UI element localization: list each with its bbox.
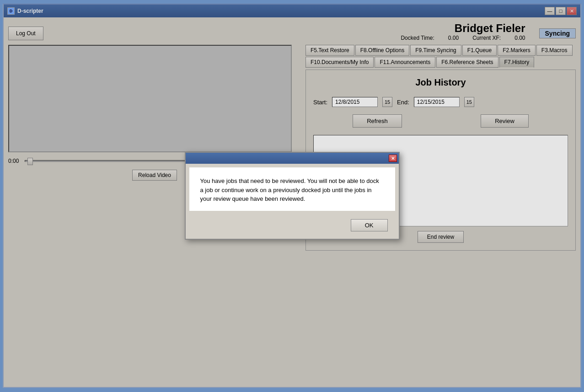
modal-message: You have jobs that need to be reviewed. …	[189, 167, 395, 211]
modal-ok-button[interactable]: OK	[351, 219, 388, 231]
modal-footer: OK	[186, 215, 399, 239]
modal-overlay: ✕ You have jobs that need to be reviewed…	[4, 5, 580, 387]
modal-title-bar: ✕	[186, 153, 399, 164]
alert-dialog: ✕ You have jobs that need to be reviewed…	[185, 152, 400, 240]
modal-close-button[interactable]: ✕	[389, 155, 397, 162]
main-window: D D-scripter — □ ✕ Log Out Bridget Fiele…	[3, 4, 581, 388]
